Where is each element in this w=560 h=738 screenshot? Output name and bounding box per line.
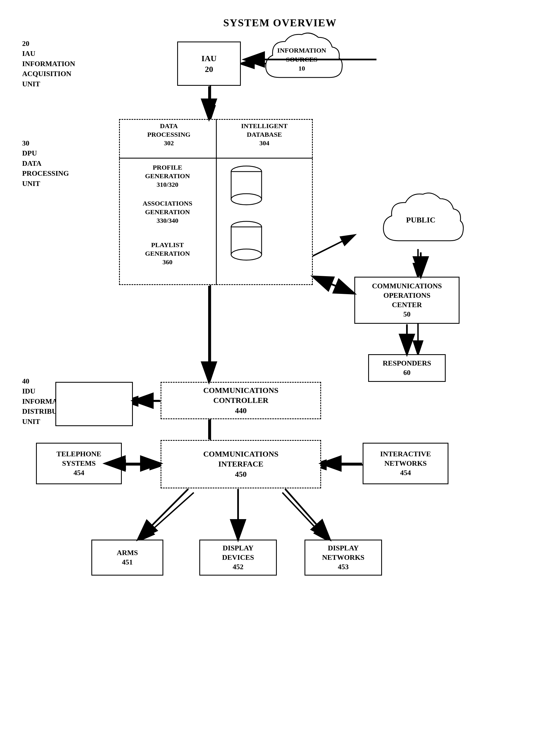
database-cylinder-1 [227, 163, 266, 208]
arms-box: ARMS 451 [91, 539, 163, 576]
svg-line-35 [138, 489, 188, 539]
svg-line-15 [282, 492, 327, 539]
dpu-label: 30 DPU DATA PROCESSING UNIT [22, 138, 69, 189]
intelligent-db-label: INTELLIGENT DATABASE 304 [219, 122, 310, 148]
svg-line-29 [313, 277, 354, 293]
arrows-layer [0, 0, 560, 738]
comms-ops-center-box: COMMUNICATIONS OPERATIONS CENTER 50 [354, 277, 460, 324]
telephone-systems-box: TELEPHONE SYSTEMS 454 [36, 443, 122, 484]
iau-box: IAU 20 [177, 41, 241, 86]
data-processing-label: DATA PROCESSING 302 [122, 122, 216, 148]
public-cloud: PUBLIC [376, 188, 465, 252]
playlist-gen-label: PLAYLIST GENERATION 360 [124, 241, 210, 267]
svg-point-18 [231, 194, 262, 205]
interactive-networks-box: INTERACTIVE NETWORKS 454 [363, 443, 449, 484]
page-title: SYSTEM OVERVIEW [223, 17, 337, 29]
responders-box: RESPONDERS 60 [368, 354, 446, 382]
comms-interface-box: COMMUNICATIONS INTERFACE 450 [161, 440, 321, 488]
assoc-gen-label: ASSOCIATIONS GENERATION 330/340 [124, 199, 210, 225]
idu-box [55, 382, 133, 426]
arrows-overlay [0, 0, 560, 738]
profile-gen-label: PROFILE GENERATION 310/320 [124, 163, 210, 189]
svg-point-21 [231, 249, 262, 260]
svg-line-28 [313, 277, 354, 293]
display-networks-box: DISPLAY NETWORKS 453 [304, 539, 382, 576]
diagram-container: SYSTEM OVERVIEW [0, 0, 560, 738]
info-sources-cloud: INFORMATION SOURCES 10 [257, 28, 346, 88]
database-cylinder-2 [227, 219, 266, 263]
iau-label: 20 IAU INFORMATION ACQUISITION UNIT [22, 39, 75, 89]
display-devices-box: DISPLAY DEVICES 452 [199, 539, 277, 576]
dpu-vertical-divider [216, 119, 217, 285]
comms-controller-box: COMMUNICATIONS CONTROLLER 440 [161, 382, 321, 419]
svg-line-37 [285, 489, 329, 539]
svg-line-13 [141, 492, 194, 539]
